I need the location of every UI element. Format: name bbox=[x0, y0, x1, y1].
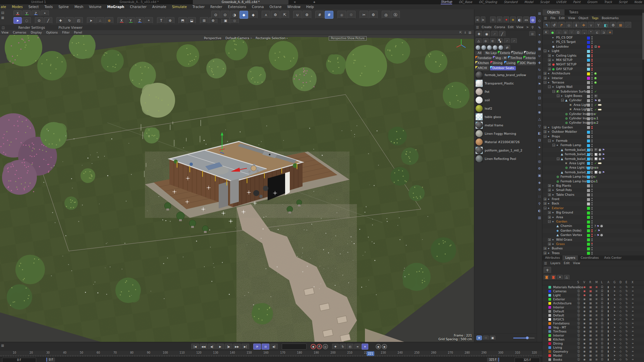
visibility-dots[interactable] bbox=[591, 184, 593, 188]
layer-toggle-G[interactable]: ➤ bbox=[613, 334, 616, 338]
tree-row[interactable]: +⌖Area bbox=[542, 215, 644, 220]
layer-toggle-E[interactable]: ↻ bbox=[626, 317, 628, 321]
visibility-dots[interactable] bbox=[591, 72, 593, 75]
layer-toggle-M[interactable]: ≣ bbox=[595, 346, 598, 350]
objects-panel-tab[interactable]: Takes bbox=[565, 9, 583, 15]
object-toolbar-icon[interactable]: ● bbox=[566, 22, 572, 28]
layer-row[interactable]: DefaultⓈ◉▦≣Ω▮➤◇↻∞ bbox=[542, 309, 644, 313]
timeline-mode-icon[interactable]: ▦ bbox=[1, 344, 4, 347]
material-item[interactable]: leaf2 bbox=[474, 104, 537, 113]
layer-toggle-D[interactable]: ◇ bbox=[620, 329, 622, 334]
layer-chip[interactable] bbox=[587, 234, 590, 237]
render-view-button[interactable]: ⬒ bbox=[178, 17, 187, 24]
tree-row[interactable]: +⌖Big Ground bbox=[542, 210, 644, 215]
layer-toggle-M[interactable]: ≣ bbox=[595, 334, 598, 338]
material-filter-chip[interactable]: Veg - MT bbox=[493, 56, 507, 60]
menu-select[interactable]: Select bbox=[29, 5, 39, 9]
layer-toggle-E[interactable]: ↻ bbox=[626, 293, 628, 297]
strip-tool-icon[interactable]: ∷ bbox=[538, 195, 540, 198]
checker-preview-icon[interactable]: ▚ bbox=[497, 38, 503, 44]
layer-toggle-G[interactable]: ➤ bbox=[613, 297, 616, 301]
layer-toggle-G[interactable]: ➤ bbox=[613, 313, 616, 317]
enabled-check-icon[interactable]: ✓ bbox=[594, 162, 597, 165]
layer-color-chip[interactable] bbox=[548, 334, 551, 337]
strip-tool-icon[interactable]: ⌗ bbox=[539, 153, 541, 156]
split-view-icon[interactable]: ▥ bbox=[468, 31, 471, 34]
material-filter-chip[interactable]: Dining bbox=[490, 61, 503, 65]
tree-row[interactable]: ¤Area Light✓ bbox=[542, 103, 644, 107]
visibility-dots[interactable] bbox=[591, 81, 593, 84]
visibility-dots[interactable] bbox=[591, 95, 593, 98]
layer-toggle-R[interactable]: ▦ bbox=[589, 289, 592, 293]
layer-color-chip[interactable] bbox=[548, 346, 551, 349]
matmenu-Corona[interactable]: Corona bbox=[494, 25, 505, 29]
menu-animate[interactable]: Animate bbox=[152, 5, 166, 9]
visibility-dots[interactable] bbox=[591, 153, 593, 156]
range-start-marker[interactable]: 0 F bbox=[46, 358, 55, 362]
layer-toggle-S[interactable]: Ⓢ bbox=[577, 305, 580, 309]
layer-toggle-L[interactable]: Ω bbox=[601, 338, 603, 342]
layer-toggle-S[interactable]: Ⓢ bbox=[577, 321, 580, 325]
texture-tag-icon[interactable] bbox=[598, 148, 601, 152]
layer-toggle-S[interactable]: Ⓢ bbox=[577, 342, 580, 346]
layer-row[interactable]: DefaultⓈ◉▦≣Ω▮➤◇↻∞ bbox=[542, 313, 644, 317]
layer-toggle-E[interactable]: ↻ bbox=[626, 301, 628, 305]
phong-tag-icon[interactable]: ⚑ bbox=[602, 171, 605, 174]
layer-color-chip[interactable] bbox=[548, 314, 551, 317]
layer-chip[interactable] bbox=[587, 216, 590, 219]
layer-toggle-D[interactable]: ◇ bbox=[620, 334, 622, 338]
enabled-check-icon[interactable]: ✓ bbox=[594, 90, 597, 93]
object-toolbar-icon[interactable]: ⋰ bbox=[625, 22, 631, 28]
tree-row[interactable]: ◉Lookdev⊡◉ bbox=[542, 45, 644, 49]
strip-tool-icon[interactable]: ⚲ bbox=[538, 202, 541, 205]
layout-tab[interactable]: OC_Shading bbox=[479, 0, 497, 4]
object-toolbar-icon[interactable]: ⌄ bbox=[582, 30, 587, 35]
export-button[interactable]: ⇱ bbox=[280, 11, 289, 19]
layer-toggle-E[interactable]: ↻ bbox=[626, 329, 628, 334]
tree-row[interactable]: ◍Cylinder Instance.2✓ bbox=[542, 121, 644, 125]
object-toolbar-icon[interactable]: ∴ bbox=[556, 30, 562, 35]
layer-chip[interactable] bbox=[587, 95, 590, 98]
layer-toggle-G[interactable]: ➤ bbox=[613, 305, 616, 309]
layer-toggle-A[interactable]: ▮ bbox=[607, 301, 609, 305]
vpmenu-options[interactable]: Options bbox=[46, 31, 58, 34]
layer-chip[interactable] bbox=[587, 108, 590, 111]
layer-color-chip[interactable] bbox=[548, 338, 551, 341]
tree-row[interactable]: −⌖Exterior bbox=[542, 206, 644, 210]
expand-toggle[interactable]: + bbox=[548, 193, 551, 196]
strip-tool-icon[interactable]: ▤ bbox=[538, 89, 541, 93]
enabled-check-icon[interactable]: ✓ bbox=[594, 229, 597, 232]
layer-toggle-L[interactable]: Ω bbox=[601, 313, 603, 317]
add-tab-icon[interactable]: + bbox=[312, 0, 317, 4]
tree-row[interactable]: +⌖Wild Grass bbox=[542, 238, 644, 242]
visibility-dots[interactable] bbox=[591, 162, 593, 165]
expand-toggle[interactable]: + bbox=[548, 54, 551, 57]
expand-toggle[interactable]: + bbox=[544, 72, 546, 75]
cut-button[interactable]: ✂ bbox=[360, 11, 368, 19]
doc-tab[interactable]: Greenkub_A...5_v03.c4d * bbox=[91, 0, 188, 4]
expand-toggle[interactable]: + bbox=[544, 126, 546, 129]
layer-toggle-M[interactable]: ≣ bbox=[595, 305, 598, 309]
object-toolbar-icon[interactable]: ⌃ bbox=[588, 30, 594, 35]
joint-tool-button[interactable]: ⋏ bbox=[262, 11, 270, 19]
layer-toggle-X[interactable]: ∞ bbox=[632, 346, 634, 350]
layer-toggle-X[interactable]: ∞ bbox=[632, 334, 634, 338]
strip-tool-icon[interactable]: ◎ bbox=[538, 160, 541, 163]
layer-chip[interactable] bbox=[587, 86, 590, 89]
layer-toggle-R[interactable]: ▦ bbox=[589, 350, 592, 354]
tree-row[interactable]: ⌖PS_CS DOF bbox=[542, 36, 644, 40]
layer-toggle-V[interactable]: ◉ bbox=[583, 297, 586, 301]
layer-toggle-M[interactable]: ≣ bbox=[595, 309, 598, 313]
tree-row[interactable]: ◆Garden (hide)✓⚑ bbox=[542, 229, 644, 233]
magnet-button[interactable]: ∪ bbox=[293, 11, 302, 19]
layer-toggle-L[interactable]: Ω bbox=[601, 354, 603, 358]
visibility-dots[interactable] bbox=[591, 216, 593, 219]
layer-toggle-M[interactable]: ≣ bbox=[595, 350, 598, 354]
menu-mograph[interactable]: MoGraph bbox=[107, 5, 124, 9]
layer-toggle-V[interactable]: ◉ bbox=[583, 289, 586, 293]
strip-tool-icon[interactable]: ✎ bbox=[538, 26, 541, 29]
layer-row[interactable]: InteriorⓈ◉▦≣Ω▮➤◇↻∞ bbox=[542, 334, 644, 338]
layer-chip[interactable] bbox=[587, 193, 590, 196]
layer-toggle-L[interactable]: Ω bbox=[601, 342, 603, 346]
layer-toggle-E[interactable]: ↻ bbox=[626, 305, 628, 309]
